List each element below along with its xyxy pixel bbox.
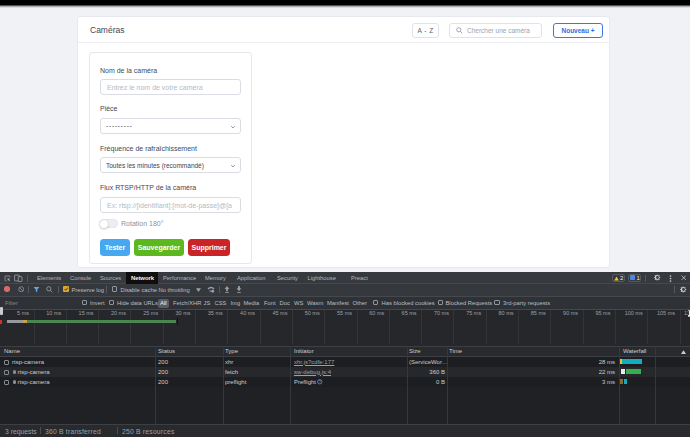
- svg-text:?: ?: [319, 380, 321, 384]
